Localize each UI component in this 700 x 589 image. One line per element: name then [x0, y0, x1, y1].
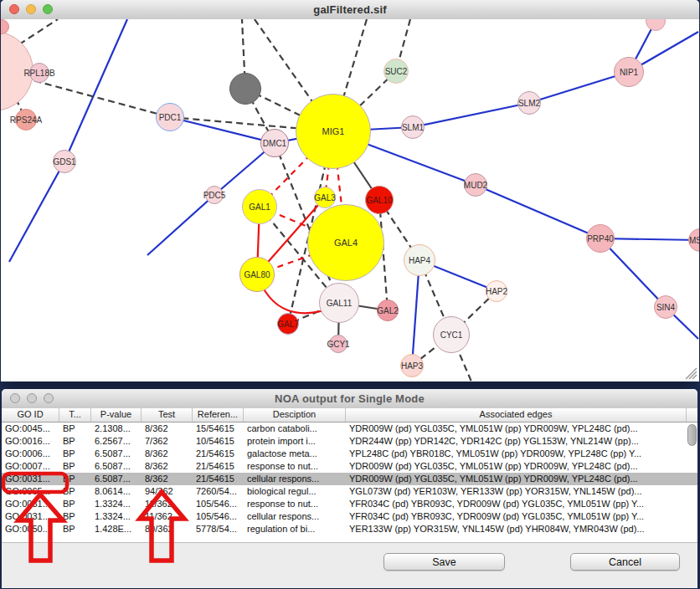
node-SIN4[interactable]: SIN4: [654, 295, 677, 319]
node-SUC2[interactable]: SUC2: [383, 59, 409, 84]
node-PRP40[interactable]: PRP40: [586, 224, 615, 253]
col-header-reference[interactable]: Referen...: [193, 408, 244, 422]
table-row-selected[interactable]: GO:0031...BP6.5087...8/36221/54615cellul…: [2, 473, 697, 485]
noa-window: NOA output for Single Mode GO ID T... P-…: [2, 389, 697, 587]
table-cell: GO:0006...: [2, 448, 59, 460]
node-GAL3[interactable]: GAL3: [314, 187, 336, 208]
node-GAL1[interactable]: GAL1: [242, 189, 277, 224]
table-cell: 11/362: [142, 498, 193, 510]
node-PDC5[interactable]: PDC5: [205, 186, 224, 204]
table-cell: 8.0614...: [91, 485, 142, 498]
table-row[interactable]: GO:0050...BP1.428E...80/3625778/54...reg…: [2, 523, 697, 535]
button-row: Save Cancel: [2, 542, 697, 588]
table-cell: GO:0065...: [2, 485, 59, 498]
table-cell: GO:0016...: [2, 435, 59, 448]
table-cell: 2.1308...: [91, 423, 142, 435]
table-cell: 15/54615: [193, 423, 244, 435]
node-PDC1[interactable]: PDC1: [156, 103, 184, 131]
close-button[interactable]: [9, 4, 19, 14]
table-cell: YFR034C (pd) YBR093C, YDR009W (pd) YGL03…: [346, 498, 697, 510]
table-cell: YDR009W (pd) YGL035C, YML051W (pp) YDR00…: [346, 460, 697, 473]
node-GAL4[interactable]: GAL4: [307, 204, 384, 281]
network-edges: [1, 19, 699, 382]
table-cell: 7/362: [142, 435, 193, 448]
node-GAL80[interactable]: GAL80: [239, 257, 275, 292]
col-header-go-id[interactable]: GO ID: [2, 408, 59, 422]
table-cell: GO:0031...: [2, 498, 59, 510]
table-cell: YDR244W (pp) YDR142C, YDR142C (pp) YGL15…: [346, 435, 697, 448]
table-row[interactable]: GO:0006...BP6.5087...8/36221/54615galact…: [2, 448, 697, 460]
table-cell: YGL073W (pd) YER103W, YER133W (pp) YOR31…: [346, 485, 697, 498]
node-SLM1[interactable]: SLM1: [401, 115, 425, 139]
table-cell: protein import i...: [244, 435, 346, 448]
table-cell: cellular respons...: [244, 510, 346, 523]
table-cell: carbon cataboli...: [244, 423, 346, 435]
table-cell: GO:0045...: [2, 423, 59, 435]
table-cell: 8/362: [142, 460, 193, 473]
node-GAL2[interactable]: GAL2: [377, 300, 399, 321]
table-cell: BP: [59, 435, 91, 448]
table-cell: YDR009W (pd) YGL035C, YML051W (pp) YDR00…: [346, 473, 697, 485]
table-cell: BP: [59, 510, 91, 523]
table-cell: 21/54615: [193, 460, 244, 473]
close-button[interactable]: [10, 393, 20, 403]
table-cell: response to nut...: [244, 460, 346, 473]
node-GAL11[interactable]: GAL11: [319, 283, 359, 323]
col-header-description[interactable]: Desciption: [244, 408, 346, 422]
minimize-button[interactable]: [26, 4, 36, 14]
table-cell: 6.5087...: [91, 473, 142, 485]
table-cell: YER133W (pp) YOR315W, YNL145W (pd) YHR08…: [346, 523, 697, 535]
table-row[interactable]: GO:0016...BP6.2567...7/36210/54615protei…: [2, 435, 697, 448]
node-NIP1[interactable]: NIP1: [614, 57, 644, 87]
table-cell: 1.3324...: [91, 510, 142, 523]
node-SLM2[interactable]: SLM2: [517, 91, 541, 115]
node-RPS24A[interactable]: RPS24A: [15, 109, 37, 131]
table-cell: BP: [59, 448, 91, 460]
noa-window-title: NOA output for Single Mode: [2, 389, 697, 408]
minimize-button[interactable]: [27, 393, 37, 403]
noa-titlebar[interactable]: NOA output for Single Mode: [2, 389, 697, 409]
resize-grip-icon[interactable]: [686, 368, 697, 379]
network-titlebar[interactable]: galFiltered.sif: [1, 0, 699, 20]
zoom-button[interactable]: [44, 393, 54, 403]
node-MUD2[interactable]: MUD2: [464, 173, 487, 197]
col-header-test[interactable]: Test: [142, 408, 193, 422]
results-table: GO:0045...BP2.1308...8/36215/54615carbon…: [2, 423, 697, 542]
node-HAP4[interactable]: HAP4: [404, 244, 435, 276]
table-cell: 10/54615: [193, 435, 244, 448]
node-MIG1[interactable]: MIG1: [296, 94, 371, 169]
node-GCY1[interactable]: GCY1: [329, 335, 347, 353]
network-canvas[interactable]: RPL18B RPS24A GDS1 PDC1 DMC1 MIG1 SUC2 S…: [1, 19, 699, 382]
table-cell: 6.5087...: [91, 460, 142, 473]
table-cell: BP: [59, 485, 91, 498]
node-RPL18B[interactable]: RPL18B: [29, 63, 49, 83]
node-GDS1[interactable]: GDS1: [53, 150, 76, 173]
table-cell: YDR009W (pd) YGL035C, YML051W (pp) YDR00…: [346, 423, 697, 435]
node-GAL10[interactable]: GAL10: [365, 186, 394, 214]
node-unlabeled-gray[interactable]: [229, 73, 261, 105]
node-GAL7[interactable]: GAL7: [277, 313, 299, 335]
col-header-scroll-corner: [687, 408, 697, 422]
table-cell: 105/546...: [193, 510, 244, 523]
col-header-pvalue[interactable]: P-value: [91, 408, 142, 422]
save-button[interactable]: Save: [383, 553, 505, 571]
cancel-button[interactable]: Cancel: [570, 553, 680, 571]
table-row[interactable]: GO:0045...BP2.1308...8/36215/54615carbon…: [2, 423, 697, 435]
vertical-scrollbar-thumb[interactable]: [687, 424, 697, 446]
node-DMC1[interactable]: DMC1: [260, 129, 289, 157]
col-header-associated-edges[interactable]: Associated edges: [346, 408, 687, 422]
zoom-button[interactable]: [43, 4, 53, 14]
table-cell: 1.428E...: [91, 523, 142, 535]
col-header-type[interactable]: T...: [59, 408, 91, 422]
table-row[interactable]: GO:0007...BP6.5087...8/36221/54615respon…: [2, 460, 697, 473]
table-cell: 8/362: [142, 473, 193, 485]
table-row[interactable]: GO:0031...BP1.3324...11/362105/546...res…: [2, 498, 697, 510]
node-HAP2[interactable]: HAP2: [486, 280, 507, 302]
table-cell: 80/362: [142, 523, 193, 535]
table-row[interactable]: GO:0031...BP1.3324...11/362105/546...cel…: [2, 510, 697, 523]
table-cell: 21/54615: [193, 448, 244, 460]
node-HAP3[interactable]: HAP3: [400, 354, 424, 377]
table-cell: GO:0007...: [2, 460, 59, 473]
table-row[interactable]: GO:0065...BP8.0614...94/3627260/54...bio…: [2, 485, 697, 498]
node-CYC1[interactable]: CYC1: [433, 316, 470, 353]
